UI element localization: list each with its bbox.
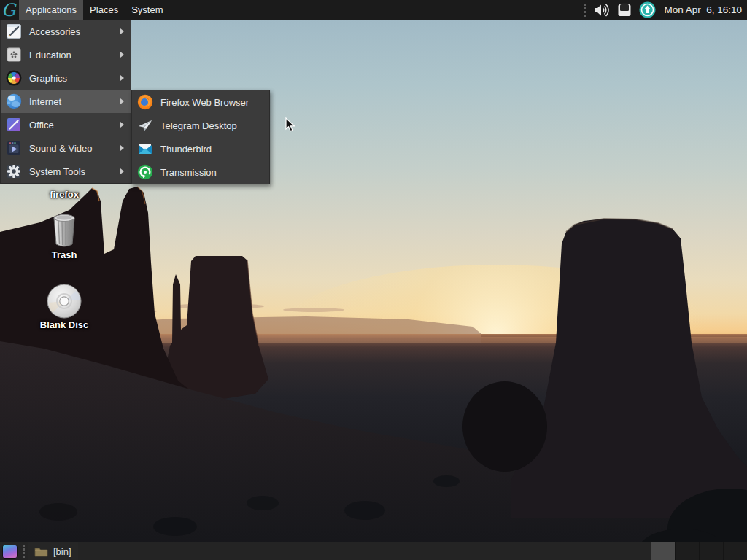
submenu-arrow-icon (120, 122, 124, 128)
submenu-item-thunderbird[interactable]: Thunderbird (132, 137, 269, 160)
desktop-screen: firefox Trash Blank Disc (0, 0, 747, 560)
workspace-2[interactable] (675, 542, 699, 560)
telegram-icon (137, 117, 153, 133)
internet-submenu: Firefox Web Browser Telegram Desktop Thu… (131, 90, 270, 184)
menu-item-label: Accessories (29, 26, 80, 37)
show-desktop-button[interactable] (0, 542, 20, 560)
submenu-item-label: Telegram Desktop (160, 120, 237, 131)
applet-drag-handle-icon[interactable] (584, 4, 586, 17)
transmission-icon (137, 164, 153, 180)
ghostbsd-logo[interactable]: G (0, 0, 19, 20)
menu-item-label: Graphics (29, 73, 67, 84)
submenu-arrow-icon (120, 168, 124, 174)
applications-menu: Accessories Education (0, 20, 131, 184)
desktop-icon-firefox[interactable]: firefox (29, 189, 99, 200)
submenu-item-firefox[interactable]: Firefox Web Browser (132, 90, 269, 114)
menu-item-office[interactable]: Office (1, 113, 131, 136)
blank-disc-label: Blank Disc (23, 319, 105, 330)
trash-icon[interactable] (50, 212, 78, 250)
system-tray: Mon Apr 6, 16:10 (584, 0, 747, 20)
submenu-item-label: Firefox Web Browser (160, 97, 249, 108)
graphics-icon (6, 70, 22, 86)
thunderbird-icon (137, 141, 153, 157)
menu-item-internet[interactable]: Internet (1, 90, 131, 113)
top-panel: G Applications Places System (0, 0, 747, 20)
submenu-arrow-icon (120, 28, 124, 34)
submenu-item-label: Transmission (160, 167, 217, 178)
menu-item-sound-video[interactable]: Sound & Video (1, 136, 131, 160)
submenu-arrow-icon (120, 145, 124, 151)
submenu-item-label: Thunderbird (160, 144, 212, 155)
internet-icon (6, 93, 22, 109)
svg-text:G: G (1, 1, 17, 20)
system-tools-icon (6, 163, 22, 179)
menu-system[interactable]: System (125, 0, 169, 20)
office-icon (6, 117, 22, 133)
firefox-icon (137, 94, 153, 110)
show-desktop-icon (2, 545, 18, 559)
volume-icon[interactable] (592, 2, 610, 18)
submenu-item-telegram[interactable]: Telegram Desktop (132, 114, 269, 137)
menu-item-label: Office (29, 120, 54, 131)
update-icon[interactable] (639, 1, 656, 18)
workspace-4[interactable] (723, 542, 747, 560)
workspace-1[interactable] (651, 542, 675, 560)
accessories-icon (6, 23, 22, 39)
menu-item-system-tools[interactable]: System Tools (1, 160, 131, 183)
menu-applications[interactable]: Applications (19, 0, 83, 20)
display-tray-icon[interactable] (616, 2, 632, 18)
folder-icon (34, 546, 48, 557)
menu-item-label: Internet (29, 96, 61, 107)
mouse-cursor (285, 117, 295, 133)
menu-item-accessories[interactable]: Accessories (1, 20, 131, 43)
menu-item-label: Education (29, 50, 71, 61)
education-icon (6, 47, 22, 63)
menu-item-education[interactable]: Education (1, 43, 131, 66)
tasklist-drag-handle-icon[interactable] (23, 545, 25, 558)
menu-places[interactable]: Places (83, 0, 125, 20)
window-button-bin[interactable]: [bin] (28, 542, 78, 560)
workspace-switcher (651, 542, 747, 560)
window-button-label: [bin] (53, 546, 71, 557)
menu-item-label: Sound & Video (29, 143, 93, 154)
submenu-arrow-icon (120, 75, 124, 81)
workspace-3[interactable] (699, 542, 723, 560)
trash-label: Trash (29, 249, 99, 260)
submenu-arrow-icon (120, 52, 124, 58)
bottom-panel: [bin] (0, 542, 747, 560)
menu-item-label: System Tools (29, 166, 85, 177)
menu-item-graphics[interactable]: Graphics (1, 66, 131, 90)
submenu-arrow-icon (120, 98, 124, 104)
sound-video-icon (6, 140, 22, 156)
blank-disc-icon[interactable] (47, 284, 82, 319)
clock[interactable]: Mon Apr 6, 16:10 (662, 4, 742, 15)
submenu-item-transmission[interactable]: Transmission (132, 160, 269, 184)
